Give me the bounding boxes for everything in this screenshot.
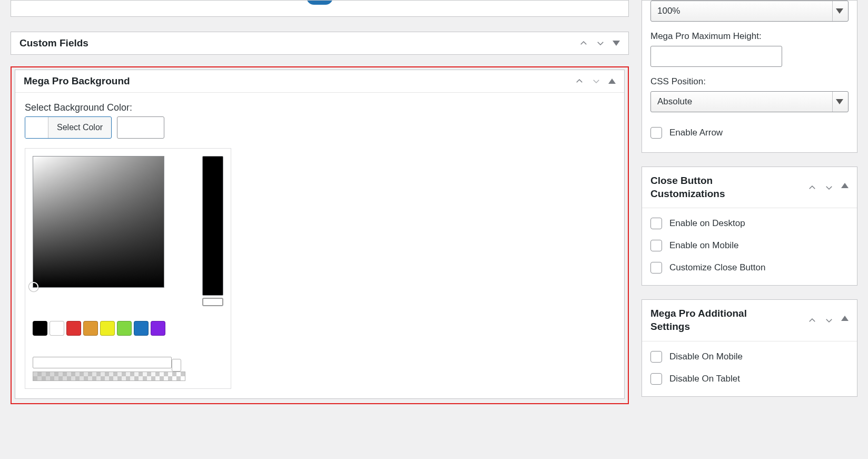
mega-pro-additional-settings-panel: Mega Pro Additional Settings Disable On …: [642, 299, 857, 396]
enable-arrow-label: Enable Arrow: [669, 128, 723, 138]
top-panel: [11, 0, 629, 17]
css-position-select[interactable]: Absolute: [650, 91, 849, 112]
bg-color-label: Select Background Color:: [25, 102, 615, 113]
enable-desktop-label: Enable on Desktop: [669, 218, 745, 229]
swatch-black[interactable]: [33, 321, 47, 336]
swatch-purple[interactable]: [151, 321, 165, 336]
enable-desktop-checkbox[interactable]: [650, 218, 662, 229]
annotation-highlight: Mega Pro Background Select Background Co…: [11, 66, 629, 404]
svg-marker-3: [836, 99, 843, 104]
toggle-collapse-icon[interactable]: [608, 79, 616, 84]
svg-marker-5: [841, 316, 849, 321]
close-button-customizations-title: Close Button Customizations: [650, 174, 772, 200]
mega-pro-additional-settings-header[interactable]: Mega Pro Additional Settings: [642, 300, 857, 341]
toggle-collapse-icon[interactable]: [841, 183, 849, 192]
width-select[interactable]: 100%: [650, 1, 849, 22]
close-button-customizations-header[interactable]: Close Button Customizations: [642, 167, 857, 208]
svg-marker-1: [608, 79, 616, 84]
swatch-blue[interactable]: [134, 321, 149, 336]
move-down-icon[interactable]: [824, 183, 834, 192]
move-down-icon[interactable]: [591, 76, 601, 86]
swatch-red[interactable]: [66, 321, 81, 336]
max-height-label: Mega Pro Maximum Height:: [650, 31, 849, 42]
mega-pro-background-header[interactable]: Mega Pro Background: [15, 70, 624, 93]
select-color-button[interactable]: Select Color: [25, 116, 112, 139]
select-color-label: Select Color: [48, 117, 111, 138]
move-up-icon[interactable]: [807, 183, 817, 192]
color-picker: [25, 148, 231, 389]
hue-handle[interactable]: [202, 298, 223, 306]
move-up-icon[interactable]: [807, 316, 817, 325]
mega-pro-additional-settings-title: Mega Pro Additional Settings: [650, 307, 772, 333]
disable-on-mobile-label: Disable On Mobile: [669, 351, 743, 362]
saturation-value-area[interactable]: [33, 156, 164, 288]
move-up-icon[interactable]: [579, 38, 588, 48]
css-position-label: CSS Position:: [650, 76, 849, 87]
mega-pro-background-panel: Mega Pro Background Select Background Co…: [15, 70, 625, 399]
width-select-value: 100%: [657, 6, 680, 16]
max-height-input[interactable]: [650, 46, 782, 67]
svg-marker-0: [613, 41, 620, 46]
custom-fields-header[interactable]: Custom Fields: [11, 32, 628, 54]
current-color-swatch: [25, 117, 48, 138]
swatch-orange[interactable]: [83, 321, 98, 336]
alpha-handle[interactable]: [172, 359, 181, 372]
enable-arrow-checkbox[interactable]: [650, 127, 662, 139]
toggle-collapse-icon[interactable]: [841, 316, 849, 325]
custom-fields-panel: Custom Fields: [11, 32, 629, 55]
enable-mobile-label: Enable on Mobile: [669, 240, 738, 251]
disable-on-mobile-checkbox[interactable]: [650, 351, 662, 363]
alpha-slider[interactable]: [33, 372, 185, 381]
color-hex-input[interactable]: [117, 116, 164, 139]
swatch-yellow[interactable]: [100, 321, 115, 336]
chevron-down-icon: [832, 1, 848, 21]
hue-slider[interactable]: [202, 156, 223, 296]
customize-close-button-label: Customize Close Button: [669, 262, 765, 273]
mega-pro-dimensions-panel: 100% Mega Pro Maximum Height: CSS Positi…: [642, 0, 857, 153]
svg-marker-4: [841, 183, 849, 188]
sv-handle[interactable]: [29, 282, 38, 291]
swatch-green[interactable]: [117, 321, 132, 336]
move-down-icon[interactable]: [824, 316, 834, 325]
mega-pro-background-title: Mega Pro Background: [24, 75, 130, 87]
close-button-customizations-panel: Close Button Customizations Enable on De…: [642, 167, 857, 286]
toggle-collapse-icon[interactable]: [613, 41, 620, 46]
css-position-value: Absolute: [657, 96, 692, 107]
chevron-down-icon: [832, 92, 848, 112]
disable-on-tablet-label: Disable On Tablet: [669, 374, 740, 384]
svg-marker-2: [836, 8, 843, 14]
add-block-button-clip[interactable]: [307, 0, 333, 5]
move-up-icon[interactable]: [575, 76, 584, 86]
enable-mobile-checkbox[interactable]: [650, 240, 662, 251]
move-down-icon[interactable]: [596, 38, 605, 48]
disable-on-tablet-checkbox[interactable]: [650, 373, 662, 385]
customize-close-button-checkbox[interactable]: [650, 262, 662, 274]
alpha-track-top[interactable]: [33, 357, 172, 368]
preset-swatches: [33, 321, 185, 336]
swatch-white[interactable]: [50, 321, 64, 336]
custom-fields-title: Custom Fields: [19, 37, 88, 49]
